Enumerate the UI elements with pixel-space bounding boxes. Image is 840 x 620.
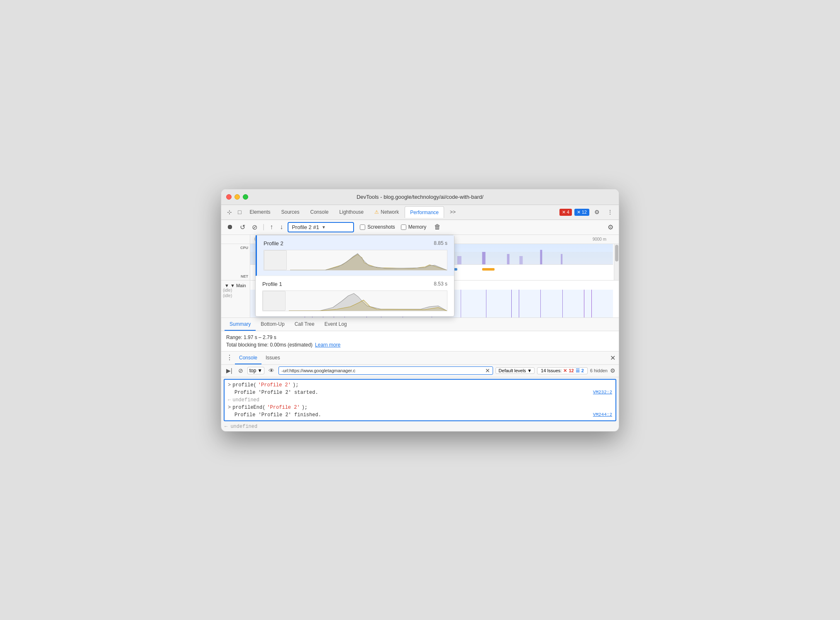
profile-dropdown[interactable]: Profile 2 #1 ▼ — [288, 222, 354, 232]
trash-button[interactable]: 🗑 — [432, 222, 443, 232]
issues-count-label: 14 Issues: — [541, 368, 562, 373]
console-text-2: Profile 'Profile 2' started. — [234, 390, 318, 395]
warning-x-icon: ✕ — [577, 210, 581, 215]
log-levels-selector[interactable]: Default levels ▼ — [496, 367, 535, 374]
tab-console[interactable]: Console — [305, 206, 334, 218]
console-prompt-1: > — [228, 382, 231, 388]
close-button[interactable] — [226, 194, 232, 200]
download-button[interactable]: ↓ — [278, 222, 285, 232]
task-line-11 — [486, 290, 486, 317]
console-bottom-text: ← undefined — [225, 424, 257, 430]
console-prompt-4: > — [228, 405, 231, 410]
vm232-link[interactable]: VM232:2 — [593, 390, 612, 395]
console-tab-issues[interactable]: Issues — [261, 351, 284, 364]
reload-record-button[interactable]: ↺ — [238, 222, 247, 232]
clear-button[interactable]: ⊘ — [250, 222, 259, 232]
inspect-icon[interactable]: ⊹ — [225, 207, 234, 217]
console-text-1b: ); — [293, 382, 298, 388]
filter-clear-icon[interactable]: ✕ — [485, 367, 490, 374]
profile2-time: 8.85 s — [434, 240, 447, 246]
tab-call-tree[interactable]: Call Tree — [290, 317, 320, 331]
console-output: > profile('Profile 2'); Profile 'Profile… — [224, 379, 616, 421]
title-bar: DevTools - blog.google/technology/ai/cod… — [221, 189, 619, 205]
profile1-sparkline — [289, 291, 447, 311]
task-line-12 — [511, 290, 512, 317]
network-warning-icon: ⚠ — [374, 209, 379, 215]
console-line-3: ← undefined — [225, 396, 615, 404]
scrollbar-thumb[interactable] — [615, 245, 618, 261]
console-header: ⋮ Console Issues ✕ — [221, 351, 619, 365]
performance-toolbar: ⏺ ↺ ⊘ | ↑ ↓ Profile 2 #1 ▼ Profile 2 8.8… — [221, 220, 619, 235]
tab-summary[interactable]: Summary — [225, 317, 256, 331]
tab-event-log[interactable]: Event Log — [320, 317, 352, 331]
cpu-label: CPU — [240, 246, 248, 250]
task-line-14 — [540, 290, 541, 317]
settings-icon[interactable]: ⚙ — [592, 207, 602, 217]
console-sidebar-btn[interactable]: ▶| — [225, 366, 234, 375]
console-settings-button[interactable]: ⚙ — [610, 367, 615, 374]
console-bottom-line: ← undefined — [221, 423, 619, 431]
profile-option-1[interactable]: Profile 1 8.53 s — [256, 276, 454, 316]
console-line-5: Profile 'Profile 2' finished. VM244:2 — [225, 411, 615, 419]
context-arrow-icon: ▼ — [257, 368, 262, 373]
idle-label-2: (idle) — [221, 293, 250, 298]
live-expressions-btn[interactable]: 👁 — [267, 366, 276, 375]
issues-warning-count: 2 — [581, 368, 584, 373]
vm244-link[interactable]: VM244:2 — [593, 412, 612, 417]
ruler-tick-9000: 9000 m — [593, 237, 606, 242]
device-icon[interactable]: □ — [235, 207, 244, 217]
filter-value: -url:https://www.googletagmanager.c — [281, 368, 483, 373]
timeline-scrollbar[interactable] — [614, 244, 619, 280]
sidebar-panel-icon: ▶| — [226, 367, 232, 374]
tab-sources[interactable]: Sources — [276, 206, 305, 218]
console-close-button[interactable]: ✕ — [610, 354, 615, 362]
upload-button[interactable]: ↑ — [268, 222, 275, 232]
main-label: ▼ ▼ Main — [225, 283, 246, 288]
tab-elements[interactable]: Elements — [244, 206, 275, 218]
console-line-2: Profile 'Profile 2' started. VM232:2 — [225, 389, 615, 396]
screenshots-checkbox-input[interactable] — [360, 225, 365, 230]
record-button[interactable]: ⏺ — [225, 222, 235, 232]
levels-arrow-icon: ▼ — [527, 368, 532, 373]
screenshots-checkbox[interactable]: Screenshots — [360, 224, 395, 230]
svg-rect-22 — [482, 268, 495, 271]
context-selector[interactable]: top ▼ — [247, 367, 265, 374]
console-tab-console[interactable]: Console — [235, 351, 261, 364]
error-badge[interactable]: ✕ 4 — [559, 209, 572, 216]
performance-settings-button[interactable]: ⚙ — [606, 222, 615, 232]
window-title: DevTools - blog.google/technology/ai/cod… — [357, 194, 483, 200]
clear-console-icon: ⊘ — [238, 367, 243, 374]
profile1-chart — [262, 290, 447, 311]
memory-checkbox-input[interactable] — [401, 225, 406, 230]
tab-more[interactable]: >> — [445, 206, 461, 218]
task-line-17 — [591, 290, 592, 317]
console-filter-input[interactable]: -url:https://www.googletagmanager.c ✕ — [278, 366, 493, 375]
task-line-13 — [519, 290, 519, 317]
memory-checkbox[interactable]: Memory — [401, 224, 426, 230]
summary-range: Range: 1.97 s – 2.79 s — [226, 334, 614, 340]
profile-option-2[interactable]: Profile 2 8.85 s — [256, 235, 454, 276]
console-text-3: undefined — [232, 397, 259, 403]
maximize-button[interactable] — [243, 194, 248, 200]
minimize-button[interactable] — [234, 194, 240, 200]
profile2-sparkline — [290, 250, 447, 270]
timeline-side-labels: CPU NET — [221, 244, 250, 280]
more-options-icon[interactable]: ⋮ — [605, 207, 615, 217]
tab-network[interactable]: ⚠Network — [369, 206, 404, 218]
profile2-thumbnail — [264, 250, 287, 270]
traffic-lights — [226, 194, 248, 200]
console-sidebar-toggle[interactable]: ⋮ — [225, 354, 235, 362]
profile1-thumbnail — [263, 291, 286, 311]
tab-lighthouse[interactable]: Lighthouse — [335, 206, 369, 218]
task-line-16 — [584, 290, 584, 317]
issues-warning-icon: ☰ — [576, 368, 580, 373]
task-line-10 — [461, 290, 461, 317]
console-clear-btn[interactable]: ⊘ — [237, 366, 245, 375]
console-string-1: 'Profile 2' — [258, 382, 291, 388]
learn-more-link[interactable]: Learn more — [315, 342, 340, 348]
issues-badge[interactable]: 14 Issues: ✕ 12 ☰ 2 — [537, 367, 588, 374]
tab-bottom-up[interactable]: Bottom-Up — [256, 317, 289, 331]
console-text-4b: ); — [302, 405, 308, 410]
warning-badge[interactable]: ✕ 12 — [574, 209, 589, 216]
tab-performance[interactable]: Performance — [405, 206, 444, 218]
